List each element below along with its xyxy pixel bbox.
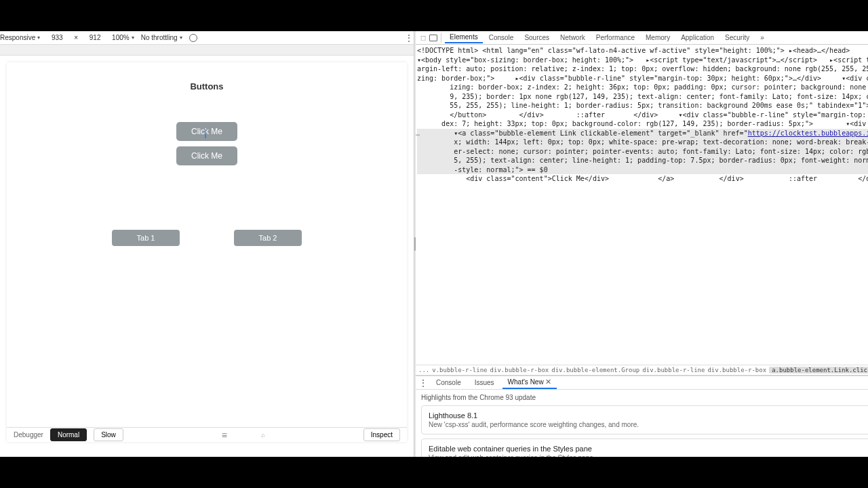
chevron-down-icon: ▾ <box>180 35 182 41</box>
drawer-tab-whatsnew[interactable]: What's New ✕ <box>502 376 557 389</box>
hamburger-icon[interactable]: ≡ <box>222 430 227 441</box>
dimension-separator: × <box>74 34 78 41</box>
drawer-tab-console[interactable]: Console <box>431 378 467 388</box>
speed-slow-button[interactable]: Slow <box>94 428 123 441</box>
throttling-select[interactable]: No throttling ▾ <box>141 34 182 41</box>
devtools-pane: ⬚ Elements Console Sources Network Perfo… <box>416 31 868 457</box>
viewport-width-input[interactable]: 933 <box>47 34 67 41</box>
zoom-select[interactable]: 100% ▾ <box>112 34 134 41</box>
tab-network[interactable]: Network <box>555 33 590 43</box>
tab-2-button[interactable]: Tab 2 <box>234 230 302 246</box>
selected-dom-node[interactable]: … ▾<a class="bubble-element Link clickab… <box>417 129 868 175</box>
letterbox-bottom <box>0 457 868 488</box>
device-toggle-icon[interactable] <box>429 35 437 41</box>
tabs-overflow[interactable]: » <box>755 33 769 43</box>
device-viewport-pane: Responsive ▾ 933 × 912 100% ▾ No throttl… <box>0 31 414 457</box>
devtools-toolbar: ⬚ Elements Console Sources Network Perfo… <box>416 31 868 45</box>
chevron-down-icon: ▾ <box>132 35 134 41</box>
whatsnew-headline: Highlights from the Chrome 93 update <box>421 394 868 401</box>
device-mode-label: Responsive <box>0 34 35 41</box>
throttling-label: No throttling <box>141 34 178 41</box>
viewport-wrapper: Buttons Click Me Click Me Tab 1 Tab 2 De… <box>0 56 414 457</box>
dom-tree[interactable]: <!DOCTYPE html> <html lang="en" class="w… <box>416 45 868 365</box>
tab-security[interactable]: Security <box>720 33 754 43</box>
device-toolbar: Responsive ▾ 933 × 912 100% ▾ No throttl… <box>0 31 414 45</box>
whatsnew-card[interactable]: Lighthouse 8.1 New 'csp-xss' audit, perf… <box>421 405 868 434</box>
tab-elements[interactable]: Elements <box>445 32 483 43</box>
tab-memory[interactable]: Memory <box>641 33 675 43</box>
page-title: Buttons <box>20 81 393 92</box>
click-me-button-1[interactable]: Click Me <box>176 122 237 141</box>
debugger-bottom-bar: Debugger Normal Slow ≡ ⌕ Inspect <box>7 427 407 442</box>
search-icon[interactable]: ⌕ <box>261 431 265 439</box>
device-mode-select[interactable]: Responsive ▾ <box>0 34 40 41</box>
tab-performance[interactable]: Performance <box>591 33 639 43</box>
viewport-height-input[interactable]: 912 <box>85 34 105 41</box>
drawer-tab-issues[interactable]: Issues <box>469 378 500 388</box>
tab-application[interactable]: Application <box>676 33 719 43</box>
close-tab-icon[interactable]: ✕ <box>545 378 551 386</box>
kebab-menu-icon[interactable]: ⋮ <box>404 33 414 43</box>
zoom-label: 100% <box>112 34 130 41</box>
rendered-page: Buttons Click Me Click Me Tab 1 Tab 2 De… <box>7 62 407 442</box>
tab-1-button[interactable]: Tab 1 <box>112 230 180 246</box>
tab-sources[interactable]: Sources <box>519 33 554 43</box>
inspect-element-icon[interactable]: ⬚ <box>418 33 428 43</box>
drawer-menu-icon[interactable]: ⋮ <box>418 378 428 388</box>
inspect-button[interactable]: Inspect <box>363 428 400 441</box>
tab-console[interactable]: Console <box>484 33 519 43</box>
whatsnew-card[interactable]: Editable web container queries in the St… <box>421 439 868 457</box>
devtools-drawer: ⋮ Console Issues What's New ✕ ✕ Highligh… <box>416 375 868 457</box>
click-me-button-2[interactable]: Click Me <box>176 146 237 165</box>
ruler-horizontal <box>0 45 414 56</box>
elements-panel: <!DOCTYPE html> <html lang="en" class="w… <box>416 45 868 457</box>
dom-breadcrumbs[interactable]: ... v.bubble-r-line div.bubble-r-box div… <box>416 365 868 375</box>
speed-normal-button[interactable]: Normal <box>50 428 87 441</box>
letterbox-top <box>0 0 868 31</box>
chevron-down-icon: ▾ <box>37 35 40 41</box>
rotate-icon[interactable] <box>189 34 197 42</box>
debugger-label: Debugger <box>14 431 43 439</box>
